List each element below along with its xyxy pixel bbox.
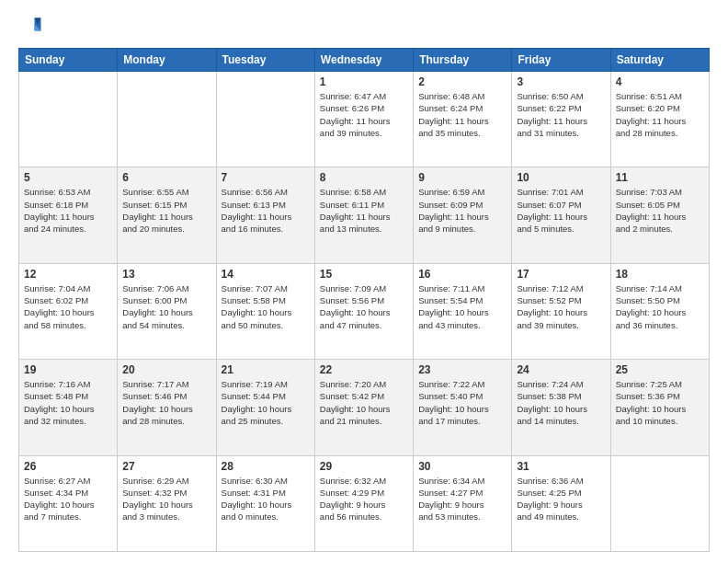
day-number: 4	[616, 75, 704, 88]
day-info: Sunrise: 6:50 AMSunset: 6:22 PMDaylight:…	[517, 90, 605, 139]
day-info: Sunrise: 6:55 AMSunset: 6:15 PMDaylight:…	[122, 186, 210, 235]
day-info: Sunrise: 6:59 AMSunset: 6:09 PMDaylight:…	[418, 186, 506, 235]
day-info: Sunrise: 7:14 AMSunset: 5:50 PMDaylight:…	[616, 282, 704, 331]
week-row-0: 1Sunrise: 6:47 AMSunset: 6:26 PMDaylight…	[19, 72, 710, 167]
day-number: 22	[320, 363, 408, 376]
day-cell: 1Sunrise: 6:47 AMSunset: 6:26 PMDaylight…	[314, 72, 413, 167]
day-cell: 5Sunrise: 6:53 AMSunset: 6:18 PMDaylight…	[19, 167, 118, 263]
day-info: Sunrise: 7:19 AMSunset: 5:44 PMDaylight:…	[222, 378, 310, 427]
day-cell: 31Sunrise: 6:36 AMSunset: 4:25 PMDayligh…	[512, 455, 610, 551]
day-cell: 12Sunrise: 7:04 AMSunset: 6:02 PMDayligh…	[19, 263, 118, 359]
day-number: 15	[320, 268, 408, 281]
day-number: 27	[122, 460, 210, 473]
day-number: 18	[616, 268, 704, 281]
logo-icon	[18, 15, 44, 40]
day-info: Sunrise: 6:47 AMSunset: 6:26 PMDaylight:…	[320, 90, 408, 139]
day-cell: 29Sunrise: 6:32 AMSunset: 4:29 PMDayligh…	[314, 455, 413, 551]
day-cell: 22Sunrise: 7:20 AMSunset: 5:42 PMDayligh…	[314, 360, 413, 455]
page: SundayMondayTuesdayWednesdayThursdayFrid…	[0, 0, 728, 563]
day-info: Sunrise: 7:01 AMSunset: 6:07 PMDaylight:…	[517, 186, 605, 235]
day-number: 2	[418, 75, 506, 88]
logo	[18, 15, 48, 40]
weekday-header-saturday: Saturday	[610, 49, 709, 72]
day-cell: 14Sunrise: 7:07 AMSunset: 5:58 PMDayligh…	[216, 263, 314, 359]
day-info: Sunrise: 7:06 AMSunset: 6:00 PMDaylight:…	[122, 282, 210, 331]
weekday-header-friday: Friday	[512, 49, 610, 72]
day-info: Sunrise: 7:11 AMSunset: 5:54 PMDaylight:…	[418, 282, 506, 331]
day-number: 19	[24, 363, 112, 376]
day-number: 1	[320, 75, 408, 88]
day-cell: 8Sunrise: 6:58 AMSunset: 6:11 PMDaylight…	[314, 167, 413, 263]
day-cell: 3Sunrise: 6:50 AMSunset: 6:22 PMDaylight…	[512, 72, 610, 167]
day-cell: 15Sunrise: 7:09 AMSunset: 5:56 PMDayligh…	[314, 263, 413, 359]
day-cell: 4Sunrise: 6:51 AMSunset: 6:20 PMDaylight…	[610, 72, 709, 167]
day-cell: 6Sunrise: 6:55 AMSunset: 6:15 PMDaylight…	[118, 167, 216, 263]
day-number: 26	[24, 460, 112, 473]
day-number: 16	[418, 268, 506, 281]
header	[18, 15, 710, 40]
day-cell: 21Sunrise: 7:19 AMSunset: 5:44 PMDayligh…	[216, 360, 314, 455]
day-number: 8	[320, 171, 408, 184]
day-info: Sunrise: 6:30 AMSunset: 4:31 PMDaylight:…	[222, 475, 310, 523]
day-info: Sunrise: 6:34 AMSunset: 4:27 PMDaylight:…	[418, 475, 506, 523]
calendar: SundayMondayTuesdayWednesdayThursdayFrid…	[18, 48, 710, 552]
day-info: Sunrise: 7:25 AMSunset: 5:36 PMDaylight:…	[616, 378, 704, 427]
day-info: Sunrise: 6:32 AMSunset: 4:29 PMDaylight:…	[320, 475, 408, 523]
day-cell	[19, 72, 118, 167]
day-info: Sunrise: 6:36 AMSunset: 4:25 PMDaylight:…	[517, 475, 605, 523]
day-cell: 25Sunrise: 7:25 AMSunset: 5:36 PMDayligh…	[610, 360, 709, 455]
day-info: Sunrise: 6:29 AMSunset: 4:32 PMDaylight:…	[122, 475, 210, 523]
day-info: Sunrise: 6:27 AMSunset: 4:34 PMDaylight:…	[24, 475, 112, 523]
day-number: 25	[616, 363, 704, 376]
day-info: Sunrise: 6:56 AMSunset: 6:13 PMDaylight:…	[222, 186, 310, 235]
day-info: Sunrise: 7:09 AMSunset: 5:56 PMDaylight:…	[320, 282, 408, 331]
day-number: 31	[517, 460, 605, 473]
week-row-1: 5Sunrise: 6:53 AMSunset: 6:18 PMDaylight…	[19, 167, 710, 263]
day-cell: 26Sunrise: 6:27 AMSunset: 4:34 PMDayligh…	[19, 455, 118, 551]
day-cell: 19Sunrise: 7:16 AMSunset: 5:48 PMDayligh…	[19, 360, 118, 455]
day-number: 21	[222, 363, 310, 376]
day-cell	[610, 455, 709, 551]
day-info: Sunrise: 7:16 AMSunset: 5:48 PMDaylight:…	[24, 378, 112, 427]
day-cell: 23Sunrise: 7:22 AMSunset: 5:40 PMDayligh…	[414, 360, 512, 455]
day-cell: 30Sunrise: 6:34 AMSunset: 4:27 PMDayligh…	[414, 455, 512, 551]
weekday-header-row: SundayMondayTuesdayWednesdayThursdayFrid…	[19, 49, 710, 72]
weekday-header-thursday: Thursday	[414, 49, 512, 72]
weekday-header-wednesday: Wednesday	[314, 49, 413, 72]
day-number: 24	[517, 363, 605, 376]
weekday-header-monday: Monday	[118, 49, 216, 72]
day-number: 13	[122, 268, 210, 281]
day-number: 29	[320, 460, 408, 473]
weekday-header-tuesday: Tuesday	[216, 49, 314, 72]
day-number: 3	[517, 75, 605, 88]
day-number: 5	[24, 171, 112, 184]
day-info: Sunrise: 6:48 AMSunset: 6:24 PMDaylight:…	[418, 90, 506, 139]
day-number: 10	[517, 171, 605, 184]
day-cell	[216, 72, 314, 167]
day-cell: 24Sunrise: 7:24 AMSunset: 5:38 PMDayligh…	[512, 360, 610, 455]
day-cell: 27Sunrise: 6:29 AMSunset: 4:32 PMDayligh…	[118, 455, 216, 551]
day-number: 23	[418, 363, 506, 376]
day-number: 9	[418, 171, 506, 184]
day-cell: 20Sunrise: 7:17 AMSunset: 5:46 PMDayligh…	[118, 360, 216, 455]
week-row-3: 19Sunrise: 7:16 AMSunset: 5:48 PMDayligh…	[19, 360, 710, 455]
day-number: 30	[418, 460, 506, 473]
day-info: Sunrise: 7:17 AMSunset: 5:46 PMDaylight:…	[122, 378, 210, 427]
day-cell: 16Sunrise: 7:11 AMSunset: 5:54 PMDayligh…	[414, 263, 512, 359]
day-cell: 7Sunrise: 6:56 AMSunset: 6:13 PMDaylight…	[216, 167, 314, 263]
day-cell: 10Sunrise: 7:01 AMSunset: 6:07 PMDayligh…	[512, 167, 610, 263]
week-row-2: 12Sunrise: 7:04 AMSunset: 6:02 PMDayligh…	[19, 263, 710, 359]
day-info: Sunrise: 7:20 AMSunset: 5:42 PMDaylight:…	[320, 378, 408, 427]
day-cell: 18Sunrise: 7:14 AMSunset: 5:50 PMDayligh…	[610, 263, 709, 359]
day-number: 11	[616, 171, 704, 184]
day-cell: 17Sunrise: 7:12 AMSunset: 5:52 PMDayligh…	[512, 263, 610, 359]
day-cell: 28Sunrise: 6:30 AMSunset: 4:31 PMDayligh…	[216, 455, 314, 551]
day-cell: 9Sunrise: 6:59 AMSunset: 6:09 PMDaylight…	[414, 167, 512, 263]
day-info: Sunrise: 7:12 AMSunset: 5:52 PMDaylight:…	[517, 282, 605, 331]
day-info: Sunrise: 7:24 AMSunset: 5:38 PMDaylight:…	[517, 378, 605, 427]
day-number: 17	[517, 268, 605, 281]
day-info: Sunrise: 6:58 AMSunset: 6:11 PMDaylight:…	[320, 186, 408, 235]
day-cell: 2Sunrise: 6:48 AMSunset: 6:24 PMDaylight…	[414, 72, 512, 167]
day-info: Sunrise: 7:04 AMSunset: 6:02 PMDaylight:…	[24, 282, 112, 331]
day-info: Sunrise: 7:07 AMSunset: 5:58 PMDaylight:…	[222, 282, 310, 331]
